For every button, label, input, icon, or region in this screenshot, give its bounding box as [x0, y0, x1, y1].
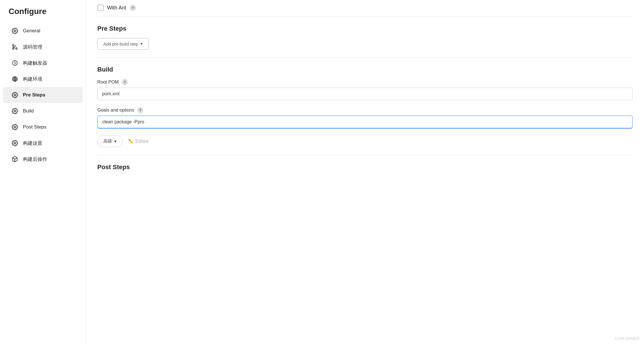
git-icon — [11, 44, 18, 50]
pre-steps-section: Pre Steps Add pre-build step ▾ — [97, 17, 633, 58]
post-steps-section: Post Steps — [97, 155, 633, 171]
settings-gear-icon — [11, 140, 18, 147]
with-ant-row: With Ant ? — [97, 0, 633, 17]
sidebar-item-postbuild-label: 构建后操作 — [23, 156, 47, 163]
svg-point-9 — [14, 142, 16, 144]
sidebar-item-build-label: Build — [23, 108, 34, 114]
goals-input[interactable] — [97, 116, 633, 128]
with-ant-help-badge[interactable]: ? — [130, 5, 136, 11]
add-step-label: Add pre-build step — [103, 41, 138, 46]
sidebar-item-env[interactable]: 构建环境 — [3, 71, 83, 87]
sidebar-item-trigger[interactable]: 构建触发器 — [3, 55, 83, 71]
globe-icon — [11, 76, 18, 82]
svg-point-6 — [14, 94, 16, 96]
sidebar-item-presteps[interactable]: Pre Steps — [3, 87, 83, 103]
advanced-chevron-icon: ▾ — [114, 139, 116, 144]
sidebar-item-source[interactable]: 源码管理 — [3, 39, 83, 55]
root-pom-label: Root POM — [97, 80, 119, 85]
svg-point-7 — [14, 110, 16, 112]
root-pom-input[interactable] — [97, 88, 633, 100]
sidebar-item-general[interactable]: General — [3, 23, 83, 39]
pre-steps-title: Pre Steps — [97, 25, 633, 32]
advanced-label: 高级 — [103, 139, 112, 144]
sidebar-item-poststeps[interactable]: Post Steps — [3, 119, 83, 135]
goals-label-row: Goals and options ? — [97, 107, 633, 113]
goals-help-badge[interactable]: ? — [137, 107, 143, 113]
sidebar-item-trigger-label: 构建触发器 — [23, 60, 47, 66]
svg-point-8 — [14, 126, 16, 128]
with-ant-checkbox[interactable] — [97, 5, 104, 11]
sidebar-item-settings-label: 构建设置 — [23, 140, 42, 147]
clock-icon — [11, 60, 18, 66]
add-step-dropdown-icon: ▾ — [141, 41, 143, 46]
sidebar-item-settings[interactable]: 构建设置 — [3, 135, 83, 151]
advanced-button[interactable]: 高级 ▾ — [97, 135, 123, 147]
sidebar: Configure General 源码管理 构建触发器 构建环境 Pre St… — [0, 0, 86, 344]
edited-label-group: ✏️ Edited — [128, 139, 148, 144]
sidebar-item-poststeps-label: Post Steps — [23, 124, 46, 130]
watermark: CSDN @码栈理 — [615, 336, 639, 341]
sidebar-item-source-label: 源码管理 — [23, 44, 42, 50]
root-pom-label-row: Root POM ? — [97, 79, 633, 85]
svg-point-1 — [16, 48, 17, 50]
build-title: Build — [97, 66, 633, 73]
poststeps-gear-icon — [11, 124, 18, 131]
goals-group: Goals and options ? — [97, 107, 633, 128]
gear-icon — [11, 27, 18, 34]
main-content: With Ant ? Pre Steps Add pre-build step … — [86, 0, 644, 344]
root-pom-group: Root POM ? — [97, 79, 633, 100]
with-ant-label: With Ant — [107, 5, 126, 11]
sidebar-item-general-label: General — [23, 28, 40, 34]
edited-text: Edited — [135, 139, 148, 144]
advanced-row: 高级 ▾ ✏️ Edited — [97, 135, 633, 147]
pencil-icon: ✏️ — [128, 139, 134, 144]
box-icon — [11, 156, 18, 163]
add-pre-build-step-button[interactable]: Add pre-build step ▾ — [97, 38, 149, 50]
goals-label: Goals and options — [97, 108, 134, 113]
sidebar-item-postbuild[interactable]: 构建后操作 — [3, 151, 83, 167]
post-steps-title: Post Steps — [97, 163, 633, 171]
sidebar-item-env-label: 构建环境 — [23, 76, 42, 82]
sidebar-title: Configure — [0, 7, 86, 23]
root-pom-help-badge[interactable]: ? — [122, 79, 128, 85]
build-section: Build Root POM ? Goals and options ? 高级 … — [97, 58, 633, 155]
build-gear-icon — [11, 108, 18, 114]
svg-point-0 — [14, 30, 16, 32]
sidebar-item-build[interactable]: Build — [3, 103, 83, 119]
sidebar-item-presteps-label: Pre Steps — [23, 92, 45, 98]
presteps-gear-icon — [11, 92, 18, 98]
